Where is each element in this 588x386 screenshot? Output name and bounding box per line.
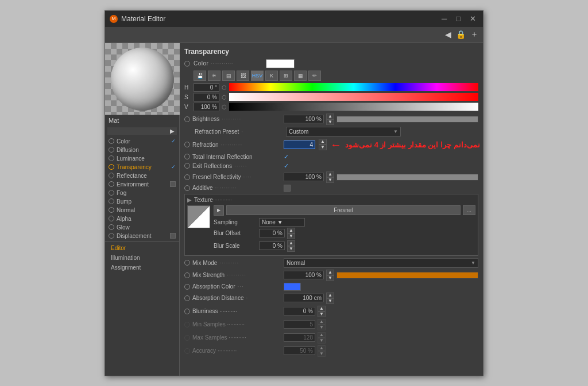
sampling-dropdown[interactable]: None ▼ bbox=[259, 218, 305, 227]
fresnel-input[interactable] bbox=[284, 173, 324, 181]
asterisk-icon-btn[interactable]: ✳ bbox=[208, 71, 220, 81]
tir-check[interactable]: ✓ bbox=[284, 153, 289, 161]
channel-luminance[interactable]: Luminance bbox=[105, 154, 179, 163]
tir-radio[interactable] bbox=[184, 154, 190, 159]
brightness-up[interactable]: ▲ bbox=[326, 114, 334, 119]
exit-radio[interactable] bbox=[184, 163, 190, 169]
channel-alpha[interactable]: Alpha bbox=[105, 215, 179, 223]
nav-assignment[interactable]: Assignment bbox=[105, 263, 179, 272]
nav-illumination[interactable]: Illumination bbox=[105, 253, 179, 263]
channel-glow[interactable]: Glow bbox=[105, 223, 179, 232]
fresnel-up[interactable]: ▲ bbox=[326, 171, 334, 177]
refraction-down[interactable]: ▼ bbox=[319, 145, 327, 150]
mix-mode-arrow-icon: ▼ bbox=[471, 260, 475, 266]
additive-checkbox[interactable] bbox=[284, 185, 291, 192]
fresnel-bar[interactable] bbox=[336, 174, 478, 181]
channel-normal[interactable]: Normal bbox=[105, 206, 179, 215]
brightness-radio[interactable] bbox=[184, 116, 190, 122]
nav-editor[interactable]: Editor bbox=[105, 243, 179, 253]
refraction-spin: ▲ ▼ bbox=[319, 139, 327, 150]
grid-icon-btn[interactable]: ⊞ bbox=[280, 71, 292, 81]
blur-offset-up[interactable]: ▲ bbox=[287, 228, 295, 233]
absorption-distance-radio[interactable] bbox=[184, 295, 190, 301]
texture-toggle-icon[interactable]: ▶ bbox=[187, 197, 192, 203]
blur-offset-down[interactable]: ▼ bbox=[287, 233, 295, 239]
refraction-preset-dropdown[interactable]: Custom ▼ bbox=[286, 127, 401, 137]
val-gradient[interactable] bbox=[229, 103, 478, 111]
mix-mode-dropdown[interactable]: Normal ▼ bbox=[284, 258, 478, 268]
brightness-down[interactable]: ▼ bbox=[326, 119, 334, 125]
maximize-button[interactable]: □ bbox=[454, 14, 463, 23]
channel-fog[interactable]: Fog bbox=[105, 189, 179, 197]
channel-displacement[interactable]: Displacement bbox=[105, 232, 179, 240]
lock-icon[interactable]: 🔒 bbox=[454, 29, 468, 40]
channel-color[interactable]: Color ✓ bbox=[105, 137, 179, 146]
blur-offset-input[interactable] bbox=[259, 229, 285, 237]
channel-radio bbox=[109, 147, 114, 153]
mat-name-field[interactable] bbox=[110, 128, 170, 134]
fresnel-radio[interactable] bbox=[184, 174, 190, 180]
exit-check[interactable]: ✓ bbox=[284, 162, 289, 170]
sat-input[interactable] bbox=[194, 93, 219, 102]
val-input[interactable] bbox=[194, 103, 219, 111]
color-radio[interactable] bbox=[184, 61, 190, 67]
mix-strength-input[interactable] bbox=[284, 271, 324, 279]
blurriness-up[interactable]: ▲ bbox=[318, 306, 326, 311]
channel-bump[interactable]: Bump bbox=[105, 197, 179, 206]
absorption-distance-up[interactable]: ▲ bbox=[326, 293, 334, 298]
palette-icon-btn[interactable]: ▦ bbox=[294, 71, 307, 81]
close-button[interactable]: ✕ bbox=[467, 14, 478, 23]
color-swatch[interactable] bbox=[266, 59, 295, 68]
absorption-distance-down[interactable]: ▼ bbox=[326, 298, 334, 304]
channel-reflectance[interactable]: Reflectance bbox=[105, 171, 179, 180]
minimize-button[interactable]: ─ bbox=[439, 14, 449, 23]
mix-strength-bar[interactable] bbox=[336, 272, 478, 279]
brightness-input[interactable] bbox=[284, 115, 324, 123]
fresnel-button[interactable]: Fresnel bbox=[226, 205, 461, 215]
fresnel-down[interactable]: ▼ bbox=[326, 177, 334, 183]
blur-scale-up[interactable]: ▲ bbox=[287, 240, 295, 246]
copy-icon-btn[interactable]: ▤ bbox=[222, 71, 235, 81]
refraction-input[interactable] bbox=[284, 141, 315, 149]
image-icon-btn[interactable]: 🖼 bbox=[237, 71, 249, 81]
mix-strength-up[interactable]: ▲ bbox=[326, 270, 334, 275]
blur-scale-down[interactable]: ▼ bbox=[287, 246, 295, 252]
refraction-radio[interactable] bbox=[184, 142, 190, 147]
blurriness-down[interactable]: ▼ bbox=[318, 311, 326, 317]
arrow-left-icon[interactable]: ◀ bbox=[443, 29, 454, 40]
channel-environment[interactable]: Environment bbox=[105, 180, 179, 189]
save-icon-btn[interactable]: 💾 bbox=[194, 71, 206, 81]
eyedropper-icon-btn[interactable]: ✏ bbox=[308, 71, 321, 81]
channel-check: ✓ bbox=[171, 164, 176, 170]
mix-strength-radio[interactable] bbox=[184, 272, 190, 278]
absorption-color-label: Absorption Color ··· bbox=[192, 283, 281, 290]
k-icon-btn[interactable]: K bbox=[265, 71, 278, 81]
refraction-up[interactable]: ▲ bbox=[319, 139, 327, 145]
hue-input[interactable] bbox=[194, 83, 219, 92]
val-spin[interactable]: ⬡ bbox=[222, 104, 227, 110]
blur-offset-spin: ▲ ▼ bbox=[287, 228, 295, 239]
channel-diffusion[interactable]: Diffusion bbox=[105, 146, 179, 154]
additive-row: Additive ·········· bbox=[184, 185, 478, 192]
add-icon[interactable]: ＋ bbox=[468, 28, 481, 41]
texture-play-button[interactable]: ▶ bbox=[214, 205, 224, 216]
sat-spin[interactable]: ⬡ bbox=[222, 94, 227, 100]
hue-spin[interactable]: ⬡ bbox=[222, 84, 227, 91]
hue-gradient[interactable] bbox=[229, 83, 478, 91]
absorption-color-radio[interactable] bbox=[184, 284, 190, 290]
mix-mode-radio[interactable] bbox=[184, 260, 190, 266]
absorption-color-swatch[interactable] bbox=[284, 283, 301, 291]
mix-strength-down[interactable]: ▼ bbox=[326, 275, 334, 281]
brightness-bar[interactable] bbox=[336, 116, 478, 123]
texture-thumbnail[interactable] bbox=[187, 205, 210, 228]
hsv-icon-btn[interactable]: HSV bbox=[251, 71, 264, 81]
max-samples-label: Max Samples ··········· bbox=[192, 334, 281, 341]
absorption-distance-input[interactable] bbox=[284, 294, 324, 302]
additive-radio[interactable] bbox=[184, 185, 190, 191]
texture-more-button[interactable]: ... bbox=[463, 205, 475, 215]
sat-gradient[interactable] bbox=[229, 93, 478, 101]
blur-scale-input[interactable] bbox=[259, 241, 285, 250]
channel-transparency[interactable]: Transparency ✓ bbox=[105, 163, 179, 171]
blurriness-input[interactable] bbox=[284, 307, 315, 315]
blurriness-radio[interactable] bbox=[184, 309, 190, 314]
